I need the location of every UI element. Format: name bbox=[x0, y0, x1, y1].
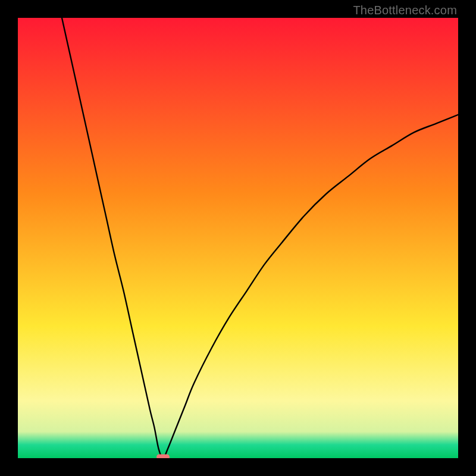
optimum-marker bbox=[156, 455, 170, 459]
chart-frame: TheBottleneck.com bbox=[0, 0, 476, 476]
plot-area bbox=[18, 18, 458, 458]
watermark-text: TheBottleneck.com bbox=[353, 4, 457, 17]
bottleneck-curve bbox=[62, 18, 458, 458]
curve-layer bbox=[18, 18, 458, 458]
